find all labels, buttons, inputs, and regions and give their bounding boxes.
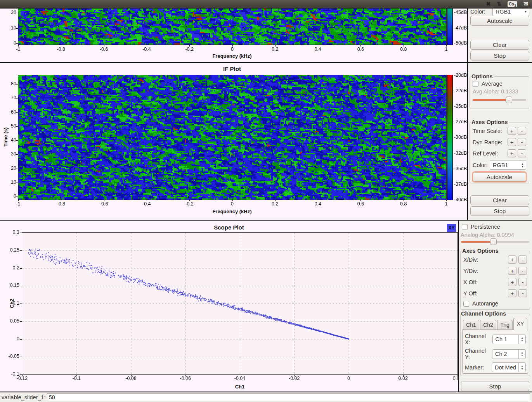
tab-trig[interactable]: Trig (497, 320, 513, 330)
tab-xy[interactable]: XY (513, 318, 527, 330)
axis-tick-mark (16, 140, 18, 141)
axis-tick-mark (275, 199, 276, 201)
axis-tick-label: -0.6 (92, 47, 116, 52)
autoscale-button[interactable]: Autoscale (470, 16, 529, 26)
y-off-label: Y Off: (463, 290, 478, 297)
if-colorbar (447, 75, 453, 200)
axis-tick-mark (18, 45, 19, 47)
time-scale-minus-button[interactable]: - (518, 127, 526, 135)
spinner-arrows-icon[interactable]: ▴▾ (518, 335, 525, 344)
axis-tick-mark (16, 43, 18, 44)
dyn-range-plus-button[interactable]: + (508, 138, 516, 146)
x-off-plus-button[interactable]: + (508, 278, 516, 286)
if-color-spinbox[interactable]: RGB1 ▴▾ (490, 160, 526, 170)
keyboard-layout-badge[interactable]: Cs1 (508, 1, 517, 7)
axis-tick-mark (147, 45, 147, 47)
y-div-label: Y/Div: (463, 268, 478, 274)
color-dropdown[interactable]: RGB1 ▾ (492, 8, 529, 16)
if-clear-button[interactable]: Clear (470, 195, 529, 205)
axis-tick-label: -0.4 (135, 201, 158, 207)
spinner-arrows-icon[interactable]: ▴▾ (518, 363, 525, 372)
spinner-arrows-icon[interactable]: ▴▾ (519, 160, 526, 169)
axis-tick-mark (20, 321, 22, 322)
axis-tick-mark (104, 45, 104, 47)
y-div-plus-button[interactable]: + (508, 267, 516, 275)
spinner-arrows-icon[interactable]: ▴▾ (518, 350, 525, 359)
axis-tick-mark (232, 45, 233, 47)
axis-tick-mark (16, 126, 18, 127)
axis-tick-label: -0.2 (178, 201, 201, 207)
axis-tick-mark (20, 304, 22, 304)
scope-axes-groupbox-title: Axes Options (462, 248, 500, 254)
axis-tick-label: 0.2 (263, 201, 287, 207)
axis-tick-mark (318, 199, 318, 201)
axis-tick-mark (275, 45, 276, 47)
autorange-checkbox[interactable] (463, 301, 469, 307)
axis-tick-mark (61, 199, 61, 201)
if-autoscale-button[interactable]: Autoscale (473, 172, 526, 182)
x-div-plus-button[interactable]: + (508, 255, 516, 264)
if-waterfall-canvas[interactable] (18, 75, 446, 200)
axis-tick-mark (294, 374, 295, 376)
axis-tick-label: 0 (337, 376, 360, 381)
channel-x-label: Channel X: (465, 333, 492, 345)
axis-tick-label: -1 (7, 47, 30, 52)
ref-level-plus-button[interactable]: + (508, 149, 516, 157)
axis-tick-mark (16, 84, 18, 85)
avg-alpha-slider-handle[interactable] (506, 97, 512, 103)
scope-plot-canvas[interactable] (22, 233, 457, 374)
y-div-minus-button[interactable]: - (518, 267, 527, 275)
axis-tick-label: 1 (435, 47, 458, 52)
tab-ch1[interactable]: Ch1 (463, 320, 479, 330)
dyn-range-minus-button[interactable]: - (518, 138, 526, 146)
axis-tick-mark (61, 45, 61, 47)
axis-tick-label: -0.04 (228, 376, 251, 381)
tab-ch2[interactable]: Ch2 (480, 320, 496, 330)
sync-arrows-icon[interactable]: ⇅ (497, 0, 501, 8)
axis-tick-mark (16, 28, 18, 29)
marker-label: Marker: (465, 364, 484, 371)
axis-tick-label: -1 (7, 201, 30, 207)
channel-y-spinbox[interactable]: Ch 2 ▴▾ (492, 349, 526, 359)
scope-x-axis-label: Ch1 (201, 384, 279, 390)
x-div-minus-button[interactable]: - (518, 255, 527, 264)
indicator-x-icon[interactable]: ✖ (486, 0, 491, 8)
axis-tick-label: -0.4 (135, 47, 158, 52)
average-checkbox[interactable] (473, 81, 478, 87)
if-plot-title: IF Plot (174, 66, 290, 72)
time-scale-plus-button[interactable]: + (508, 127, 516, 135)
axis-tick-label: -0.08 (120, 376, 143, 381)
axis-tick-label: 0.2 (263, 47, 287, 52)
top-waterfall-canvas[interactable] (18, 9, 446, 45)
scope-plot-section: Scope Plot XY Ch2 0.30.250.20.150.10.050… (0, 221, 532, 392)
ref-level-minus-button[interactable]: - (518, 149, 526, 157)
clear-button[interactable]: Clear (470, 40, 529, 50)
average-label: Average (482, 81, 503, 87)
analog-alpha-label: Analog Alpha: 0.0994 (461, 232, 514, 238)
analog-alpha-slider[interactable] (461, 238, 529, 245)
mail-icon[interactable]: ✉ (523, 0, 528, 8)
axis-tick-mark (404, 45, 404, 47)
analog-alpha-slider-handle[interactable] (490, 238, 497, 245)
xy-tab-content: Channel X: Ch 1 ▴▾ Channel Y: Ch 2 ▴▾ (462, 330, 528, 374)
axis-tick-mark (185, 374, 186, 376)
axis-tick-mark (20, 357, 22, 357)
axis-tick-label: 10 (1, 25, 16, 31)
if-axes-groupbox: Axes Options Time Scale: + - Dyn Range: … (470, 119, 529, 183)
axis-tick-mark (360, 45, 361, 47)
variable-slider-input[interactable] (47, 393, 530, 401)
scope-stop-button[interactable]: Stop (461, 381, 529, 391)
persistence-checkbox[interactable] (462, 224, 468, 230)
if-color-label: Color: (473, 162, 488, 168)
axis-tick-label: 0.4 (306, 201, 329, 207)
avg-alpha-slider[interactable] (473, 97, 526, 104)
channel-x-spinbox[interactable]: Ch 1 ▴▾ (492, 335, 526, 344)
if-stop-button[interactable]: Stop (470, 206, 529, 216)
marker-spinbox[interactable]: Dot Med ▴▾ (492, 362, 526, 372)
y-off-minus-button[interactable]: - (518, 289, 527, 297)
stop-button[interactable]: Stop (470, 51, 529, 60)
x-off-minus-button[interactable]: - (518, 278, 527, 286)
y-off-plus-button[interactable]: + (508, 289, 516, 297)
channel-options-groupbox: Channel Options Ch1 Ch2 Trig XY Channel … (460, 311, 530, 376)
top-waterfall-frame (18, 8, 447, 45)
